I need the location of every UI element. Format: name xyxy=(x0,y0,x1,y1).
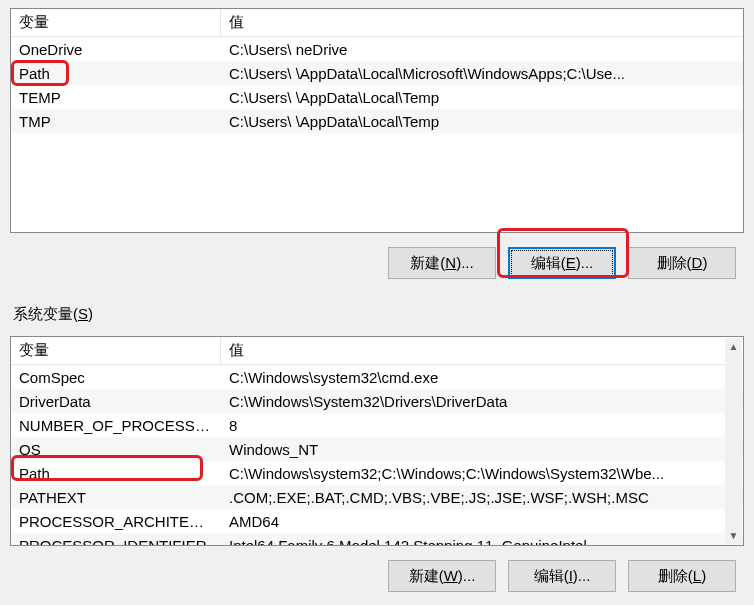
var-value-cell: C:\Windows\system32\cmd.exe xyxy=(221,367,743,388)
var-value-cell: C:\Users\ \AppData\Local\Temp xyxy=(221,111,743,132)
sys-header-value[interactable]: 值 xyxy=(221,337,743,364)
var-value-cell: C:\Users\ \AppData\Local\Microsoft\Windo… xyxy=(221,63,743,84)
var-name-cell: TMP xyxy=(11,111,221,132)
table-row[interactable]: PROCESSOR_IDENTIFIERIntel64 Family 6 Mod… xyxy=(11,533,743,546)
table-row[interactable]: ComSpecC:\Windows\system32\cmd.exe xyxy=(11,365,743,389)
scroll-down-icon[interactable]: ▼ xyxy=(725,527,742,544)
var-name-cell: Path xyxy=(11,463,221,484)
user-button-row: 新建(N)... 编辑(E)... 删除(D) xyxy=(10,233,744,291)
var-name-cell: NUMBER_OF_PROCESSORS xyxy=(11,415,221,436)
table-row[interactable]: OneDriveC:\Users\ neDrive xyxy=(11,37,743,61)
var-value-cell: Intel64 Family 6 Model 142 Stepping 11, … xyxy=(221,535,743,547)
sys-edit-button[interactable]: 编辑(I)... xyxy=(508,560,616,592)
var-name-cell: OneDrive xyxy=(11,39,221,60)
var-name-cell: DriverData xyxy=(11,391,221,412)
var-value-cell: .COM;.EXE;.BAT;.CMD;.VBS;.VBE;.JS;.JSE;.… xyxy=(221,487,743,508)
sys-button-row: 新建(W)... 编辑(I)... 删除(L) xyxy=(10,546,744,604)
table-row[interactable]: PathC:\Windows\system32;C:\Windows;C:\Wi… xyxy=(11,461,743,485)
user-edit-button[interactable]: 编辑(E)... xyxy=(508,247,616,279)
sys-header-name[interactable]: 变量 xyxy=(11,337,221,364)
scrollbar[interactable]: ▲ ▼ xyxy=(725,338,742,544)
scroll-up-icon[interactable]: ▲ xyxy=(725,338,742,355)
user-header-name[interactable]: 变量 xyxy=(11,9,221,36)
sys-new-button[interactable]: 新建(W)... xyxy=(388,560,496,592)
user-delete-button[interactable]: 删除(D) xyxy=(628,247,736,279)
table-row[interactable]: DriverDataC:\Windows\System32\Drivers\Dr… xyxy=(11,389,743,413)
user-variables-table[interactable]: 变量 值 OneDriveC:\Users\ neDrivePathC:\Use… xyxy=(10,8,744,233)
var-value-cell: AMD64 xyxy=(221,511,743,532)
table-row[interactable]: PROCESSOR_ARCHITECTUREAMD64 xyxy=(11,509,743,533)
var-name-cell: Path xyxy=(11,63,221,84)
table-row[interactable]: TMPC:\Users\ \AppData\Local\Temp xyxy=(11,109,743,133)
var-name-cell: PATHEXT xyxy=(11,487,221,508)
table-row[interactable]: TEMPC:\Users\ \AppData\Local\Temp xyxy=(11,85,743,109)
var-value-cell: Windows_NT xyxy=(221,439,743,460)
system-variables-table[interactable]: 变量 值 ComSpecC:\Windows\system32\cmd.exeD… xyxy=(10,336,744,546)
var-value-cell: C:\Users\ \AppData\Local\Temp xyxy=(221,87,743,108)
var-name-cell: ComSpec xyxy=(11,367,221,388)
var-value-cell: C:\Users\ neDrive xyxy=(221,39,743,60)
var-name-cell: PROCESSOR_IDENTIFIER xyxy=(11,535,221,547)
table-row[interactable]: OSWindows_NT xyxy=(11,437,743,461)
table-row[interactable]: PathC:\Users\ \AppData\Local\Microsoft\W… xyxy=(11,61,743,85)
var-name-cell: TEMP xyxy=(11,87,221,108)
var-value-cell: C:\Windows\System32\Drivers\DriverData xyxy=(221,391,743,412)
table-row[interactable]: NUMBER_OF_PROCESSORS8 xyxy=(11,413,743,437)
sys-delete-button[interactable]: 删除(L) xyxy=(628,560,736,592)
table-row[interactable]: PATHEXT.COM;.EXE;.BAT;.CMD;.VBS;.VBE;.JS… xyxy=(11,485,743,509)
user-header-value[interactable]: 值 xyxy=(221,9,743,36)
system-variables-label: 系统变量(S) xyxy=(0,291,754,324)
user-new-button[interactable]: 新建(N)... xyxy=(388,247,496,279)
var-name-cell: OS xyxy=(11,439,221,460)
var-name-cell: PROCESSOR_ARCHITECTURE xyxy=(11,511,221,532)
var-value-cell: 8 xyxy=(221,415,743,436)
var-value-cell: C:\Windows\system32;C:\Windows;C:\Window… xyxy=(221,463,743,484)
